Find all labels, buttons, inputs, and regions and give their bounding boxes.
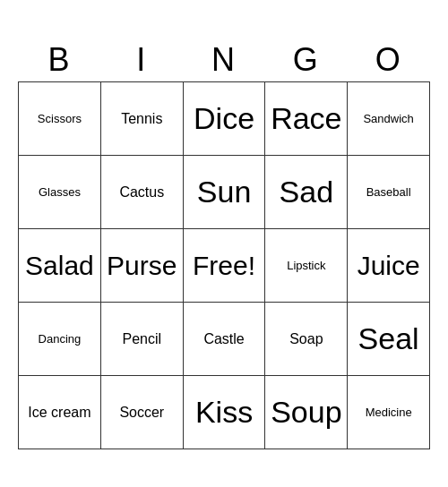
bingo-cell-4-1: Soccer (100, 376, 183, 449)
bingo-cell-3-4: Seal (348, 303, 430, 376)
bingo-cell-1-3: Sad (265, 156, 348, 229)
header-letter-b: B (19, 38, 101, 82)
bingo-cell-4-2: Kiss (183, 376, 265, 449)
bingo-header-row: BINGO (19, 38, 430, 82)
header-letter-o: O (348, 38, 430, 82)
bingo-row-1: GlassesCactusSunSadBaseball (19, 156, 430, 229)
header-letter-g: G (265, 38, 348, 82)
bingo-row-3: DancingPencilCastleSoapSeal (19, 303, 430, 376)
bingo-card: BINGO ScissorsTennisDiceRaceSandwichGlas… (18, 38, 430, 450)
bingo-cell-0-3: Race (265, 82, 348, 156)
bingo-cell-3-2: Castle (183, 303, 265, 376)
bingo-cell-3-1: Pencil (100, 303, 183, 376)
bingo-cell-0-1: Tennis (100, 82, 183, 156)
bingo-row-0: ScissorsTennisDiceRaceSandwich (19, 82, 430, 156)
bingo-cell-4-3: Soup (265, 376, 348, 449)
bingo-cell-3-0: Dancing (19, 303, 101, 376)
header-letter-n: N (183, 38, 265, 82)
bingo-cell-0-0: Scissors (19, 82, 101, 156)
bingo-cell-1-1: Cactus (100, 156, 183, 229)
bingo-cell-1-0: Glasses (19, 156, 101, 229)
bingo-cell-2-1: Purse (100, 229, 183, 303)
bingo-cell-4-0: Ice cream (19, 376, 101, 449)
bingo-cell-4-4: Medicine (348, 376, 430, 449)
bingo-row-4: Ice creamSoccerKissSoupMedicine (19, 376, 430, 449)
bingo-cell-1-2: Sun (183, 156, 265, 229)
bingo-cell-2-2: Free! (183, 229, 265, 303)
bingo-cell-3-3: Soap (265, 303, 348, 376)
header-letter-i: I (100, 38, 183, 82)
bingo-cell-2-4: Juice (348, 229, 430, 303)
bingo-row-2: SaladPurseFree!LipstickJuice (19, 229, 430, 303)
bingo-cell-1-4: Baseball (348, 156, 430, 229)
bingo-cell-0-2: Dice (183, 82, 265, 156)
bingo-cell-2-3: Lipstick (265, 229, 348, 303)
bingo-cell-2-0: Salad (19, 229, 101, 303)
bingo-cell-0-4: Sandwich (348, 82, 430, 156)
